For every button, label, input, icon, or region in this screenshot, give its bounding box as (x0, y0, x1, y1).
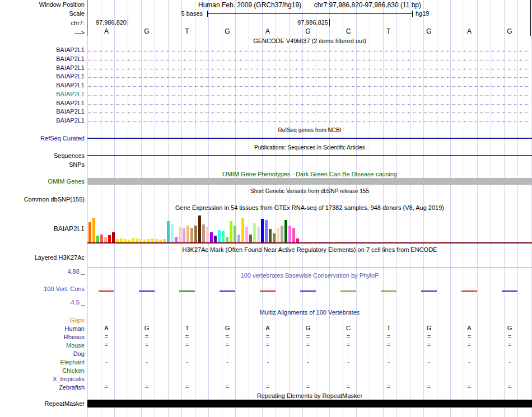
gtex-expression-bar[interactable] (147, 239, 150, 242)
gtex-expression-bar[interactable] (190, 228, 193, 242)
gtex-expression-bar[interactable] (241, 218, 244, 242)
multiz-cell: = (248, 341, 288, 348)
gtex-expression-bar[interactable] (273, 233, 276, 242)
repeatmasker-bar[interactable] (87, 400, 532, 407)
multiz-species-label[interactable]: Gaps (0, 317, 85, 324)
gencode-item-label[interactable]: BAIAP2L1 (0, 108, 85, 115)
gtex-expression-bar[interactable] (194, 226, 197, 242)
gtex-expression-bar[interactable] (222, 231, 225, 242)
gtex-expression-bar[interactable] (292, 228, 295, 242)
gtex-expression-bar[interactable] (171, 224, 174, 242)
multiz-species-label[interactable]: Elephant (0, 359, 85, 366)
gtex-expression-bar[interactable] (163, 239, 166, 242)
omim-genes-label[interactable]: OMIM Genes (0, 178, 85, 185)
gencode-item-arrows[interactable]: ←←←←←←←←←←←←←←←←←←←←←←←←←←←←←←←←←←←←←←←←… (87, 64, 531, 72)
conservation-label[interactable]: 100 Vert. Cons (0, 285, 85, 292)
gtex-expression-bar[interactable] (296, 238, 299, 242)
gtex-expression-bar[interactable] (151, 238, 154, 242)
gtex-expression-bar[interactable] (253, 223, 256, 242)
gtex-expression-bar[interactable] (132, 238, 134, 242)
common-dbsnp-label[interactable]: Common dbSNP(155) (0, 196, 85, 203)
multiz-species-label[interactable]: Human (0, 325, 85, 332)
repeatmasker-label[interactable]: RepeatMasker (0, 400, 85, 407)
gtex-expression-bar[interactable] (226, 237, 228, 242)
multiz-species-label[interactable]: Rhesus (0, 334, 85, 340)
multiz-cell: C (328, 325, 368, 331)
multiz-species-label[interactable]: X_tropicalis (0, 376, 85, 382)
gtex-expression-bar[interactable] (112, 232, 115, 242)
gencode-item-arrows[interactable]: ←←←←←←←←←←←←←←←←←←←←←←←←←←←←←←←←←←←←←←←←… (87, 90, 531, 99)
gtex-expression-bar[interactable] (136, 238, 138, 242)
gtex-expression-bar[interactable] (284, 220, 287, 242)
gtex-expression-bar[interactable] (183, 228, 185, 242)
gtex-expression-bar[interactable] (88, 222, 91, 242)
gtex-expression-bar[interactable] (202, 224, 205, 242)
gtex-expression-bar[interactable] (100, 235, 103, 242)
gtex-expression-bar[interactable] (234, 226, 236, 242)
gencode-item-arrows[interactable]: ←←←←←←←←←←←←←←←←←←←←←←←←←←←←←←←←←←←←←←←←… (87, 55, 531, 63)
gtex-expression-bar[interactable] (96, 236, 99, 242)
refseq-curated-item[interactable] (87, 138, 532, 139)
multiz-species-label[interactable]: Zebrafish (0, 384, 85, 391)
gencode-item-label[interactable]: BAIAP2L1 (0, 82, 85, 88)
gencode-item-arrows[interactable]: ←←←←←←←←←←←←←←←←←←←←←←←←←←←←←←←←←←←←←←←←… (87, 72, 531, 81)
gtex-expression-bar[interactable] (155, 239, 158, 242)
gencode-item-arrows[interactable]: ←←←←←←←←←←←←←←←←←←←←←←←←←←←←←←←←←←←←←←←←… (87, 107, 531, 116)
gtex-expression-bar[interactable] (128, 240, 130, 242)
layered-h3k27ac-label[interactable]: Layered H3K27Ac (0, 254, 85, 261)
gencode-item-label[interactable]: BAIAP2L1 (0, 73, 85, 79)
gencode-item-label[interactable]: BAIAP2L1 (0, 46, 85, 53)
gtex-expression-bar[interactable] (116, 239, 119, 242)
gtex-expression-bar[interactable] (206, 227, 209, 242)
gtex-expression-bar[interactable] (281, 226, 283, 242)
gencode-item-label[interactable]: BAIAP2L1 (0, 91, 85, 97)
gtex-expression-bar[interactable] (159, 240, 162, 242)
gencode-item-arrows[interactable]: ←←←←←←←←←←←←←←←←←←←←←←←←←←←←←←←←←←←←←←←←… (87, 116, 531, 125)
gencode-item-label[interactable]: BAIAP2L1 (0, 117, 85, 124)
gtex-expression-bar[interactable] (257, 227, 260, 242)
gtex-expression-bar[interactable] (288, 226, 291, 242)
gtex-expression-bar[interactable] (245, 227, 248, 242)
gtex-expression-bar[interactable] (104, 237, 107, 242)
gtex-expression-bar[interactable] (139, 239, 142, 242)
gtex-expression-bar[interactable] (143, 240, 146, 242)
gtex-expression-bar[interactable] (237, 235, 240, 242)
gencode-item-arrows[interactable]: ←←←←←←←←←←←←←←←←←←←←←←←←←←←←←←←←←←←←←←←←… (87, 46, 531, 54)
multiz-cell: G (288, 325, 328, 331)
gtex-expression-bar[interactable] (210, 232, 213, 242)
snps-label[interactable]: SNPs (0, 161, 85, 168)
multiz-cell: = (328, 383, 368, 390)
gtex-expression-bar[interactable] (277, 228, 279, 242)
gtex-expression-bar[interactable] (269, 229, 272, 242)
gtex-expression-bar[interactable] (120, 238, 123, 242)
gtex-expression-bar[interactable] (249, 235, 252, 242)
gtex-expression-bar[interactable] (92, 218, 95, 242)
gtex-expression-bar[interactable] (186, 226, 189, 242)
gencode-item-arrows[interactable]: ←←←←←←←←←←←←←←←←←←←←←←←←←←←←←←←←←←←←←←←←… (87, 81, 531, 90)
gtex-expression-bar[interactable] (265, 220, 268, 242)
gtex-gene-label[interactable]: BAIAP2L1 (0, 225, 85, 233)
multiz-species-label[interactable]: Mouse (0, 342, 85, 349)
publications-item[interactable] (87, 155, 532, 156)
gtex-expression-bar[interactable] (214, 236, 217, 242)
gencode-item-label[interactable]: BAIAP2L1 (0, 100, 85, 106)
gencode-item-label[interactable]: BAIAP2L1 (0, 55, 85, 62)
multiz-species-label[interactable]: Chicken (0, 367, 85, 374)
gtex-expression-bar[interactable] (108, 235, 111, 242)
gtex-expression-bar[interactable] (175, 237, 178, 242)
multiz-cell: - (288, 358, 328, 365)
gtex-expression-bar[interactable] (230, 221, 232, 242)
gencode-item-label[interactable]: BAIAP2L1 (0, 64, 85, 71)
multiz-cell: - (328, 358, 368, 365)
gtex-expression-bar[interactable] (198, 215, 201, 242)
multiz-species-label[interactable]: Dog (0, 350, 85, 357)
omim-genes-bar[interactable] (87, 178, 532, 185)
gtex-expression-bar[interactable] (179, 227, 181, 242)
refseq-curated-label[interactable]: RefSeq Curated (0, 135, 85, 142)
gtex-expression-bar[interactable] (218, 230, 221, 242)
gtex-expression-bar[interactable] (167, 221, 170, 242)
gencode-item-arrows[interactable]: ←←←←←←←←←←←←←←←←←←←←←←←←←←←←←←←←←←←←←←←←… (87, 99, 531, 107)
gtex-expression-bar[interactable] (124, 239, 127, 242)
sequences-label[interactable]: Sequences (0, 152, 85, 159)
gtex-expression-bar[interactable] (261, 219, 264, 242)
